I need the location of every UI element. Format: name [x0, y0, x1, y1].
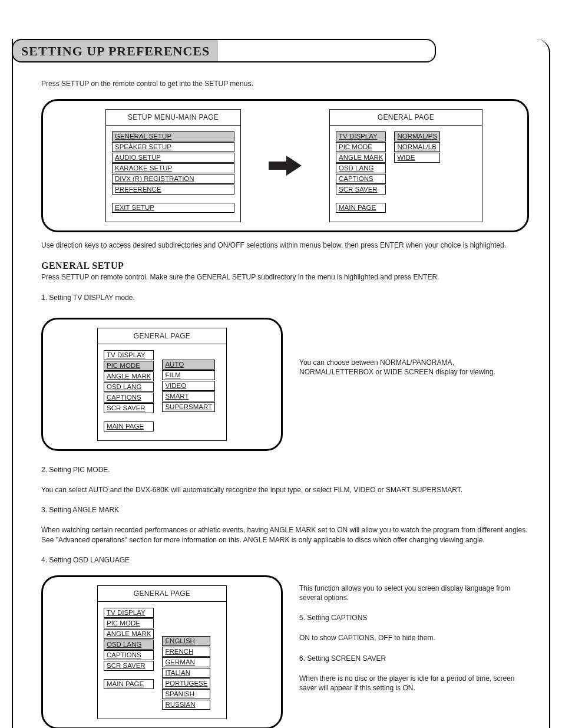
step-6: 6. Setting SCREEN SAVER	[299, 654, 529, 663]
step-5-desc: ON to show CAPTIONS, OFF to hide them.	[299, 633, 529, 643]
menu-option: FILM	[162, 370, 215, 380]
arrow-right-icon	[269, 156, 302, 176]
menu-title: GENERAL PAGE	[330, 110, 482, 126]
menu-item-main: MAIN PAGE	[104, 679, 154, 689]
menu-option: SPANISH	[162, 689, 210, 699]
menu-item: CAPTIONS	[336, 174, 386, 184]
menu-option: ENGLISH	[162, 636, 210, 646]
step-1: 1. Setting TV DISPLAY mode.	[41, 293, 529, 302]
general-lead: Press SETTUP on remote control. Make sur…	[41, 272, 529, 282]
menu-option: WIDE	[394, 153, 440, 163]
menu-item: PIC MODE	[104, 361, 154, 371]
menu-item: TV DISPLAY	[104, 350, 154, 360]
step-2: 2. Setting PIC MODE.	[41, 465, 529, 475]
menu-item: SCR SAVER	[336, 185, 386, 195]
menu-option: NORMAL/PS	[394, 131, 440, 141]
menu-option: VIDEO	[162, 381, 215, 391]
diagram-osd-lang: GENERAL PAGE TV DISPLAY PIC MODE ANGLE M…	[41, 575, 283, 728]
menu-item-main: MAIN PAGE	[104, 421, 154, 431]
menu-option: ITALIAN	[162, 668, 210, 678]
menu-item: OSD LANG	[104, 382, 154, 392]
menu-item: DIVX (R) REGISTRATION	[112, 174, 234, 184]
step-6-desc: When there is no disc or the player is i…	[299, 674, 529, 693]
menu-item: TV DISPLAY	[336, 131, 386, 141]
menu-item: PREFERENCE	[112, 185, 234, 195]
menu-option: RUSSIAN	[162, 700, 210, 710]
step-4-desc: This function allows you to select you s…	[299, 584, 529, 602]
menu-item: OSD LANG	[104, 640, 154, 650]
menu-general-picmode: GENERAL PAGE TV DISPLAY PIC MODE ANGLE M…	[97, 328, 227, 441]
menu-option: GERMAN	[162, 657, 210, 667]
menu-item: PIC MODE	[104, 618, 154, 628]
menu-title: GENERAL PAGE	[98, 586, 226, 602]
section-banner: SETTING UP PREFERENCES	[12, 39, 218, 62]
menu-option: SUPERSMART	[162, 402, 215, 412]
menu-item: SCR SAVER	[104, 403, 154, 413]
general-setup-heading: GENERAL SETUP	[41, 261, 529, 271]
section-banner-tail	[218, 39, 436, 62]
step-3-desc: When watching certain recorded performan…	[41, 525, 529, 544]
menu-item: CAPTIONS	[104, 650, 154, 660]
menu-option: AUTO	[162, 360, 215, 370]
content: Press SETTUP on the remote control to ge…	[13, 62, 549, 728]
direction-text: Use direction keys to access desired sub…	[41, 241, 529, 250]
menu-item: AUDIO SETUP	[112, 153, 234, 163]
menu-general-osdlang: GENERAL PAGE TV DISPLAY PIC MODE ANGLE M…	[97, 585, 227, 719]
menu-item: OSD LANG	[336, 163, 386, 173]
menu-general-page: GENERAL PAGE TV DISPLAY PIC MODE ANGLE M…	[329, 109, 482, 222]
menu-option: PORTUGESE	[162, 678, 210, 689]
menu-title: SETUP MENU-MAIN PAGE	[106, 110, 240, 126]
svg-marker-0	[269, 156, 302, 176]
menu-item: ANGLE MARK	[104, 629, 154, 639]
page-frame: SETTING UP PREFERENCES Press SETTUP on t…	[12, 39, 550, 728]
menu-item: SCR SAVER	[104, 661, 154, 671]
menu-item: ANGLE MARK	[104, 371, 154, 381]
diagram-setup-to-general: SETUP MENU-MAIN PAGE GENERAL SETUP SPEAK…	[41, 99, 529, 232]
menu-setup-main: SETUP MENU-MAIN PAGE GENERAL SETUP SPEAK…	[105, 109, 241, 222]
intro-text: Press SETTUP on the remote control to ge…	[41, 79, 529, 88]
step-4: 4. Setting OSD LANGUAGE	[41, 555, 529, 565]
menu-item: GENERAL SETUP	[112, 131, 234, 141]
section-banner-row: SETTING UP PREFERENCES	[12, 39, 549, 62]
menu-item: KARAOKE SETUP	[112, 163, 234, 173]
step-5: 5. Setting CAPTIONS	[299, 613, 529, 622]
menu-item: ANGLE MARK	[336, 153, 386, 163]
menu-option: FRENCH	[162, 647, 210, 657]
diagram-pic-mode: GENERAL PAGE TV DISPLAY PIC MODE ANGLE M…	[41, 318, 283, 451]
menu-item-main: MAIN PAGE	[336, 203, 386, 213]
menu-title: GENERAL PAGE	[98, 328, 226, 344]
menu-item: SPEAKER SETUP	[112, 142, 234, 152]
step-2-desc: You can select AUTO and the DVX-680K wil…	[41, 485, 529, 495]
menu-item-exit: EXIT SETUP	[112, 203, 234, 213]
menu-item: TV DISPLAY	[104, 608, 154, 618]
menu-option: SMART	[162, 391, 215, 401]
menu-item: PIC MODE	[336, 142, 386, 152]
menu-item: CAPTIONS	[104, 393, 154, 403]
step-3: 3. Setting ANGLE MARK	[41, 505, 529, 515]
step-1-desc: You can choose between NORMAL/PANORAMA, …	[299, 358, 529, 377]
menu-option: NORMAL/LB	[394, 142, 440, 152]
